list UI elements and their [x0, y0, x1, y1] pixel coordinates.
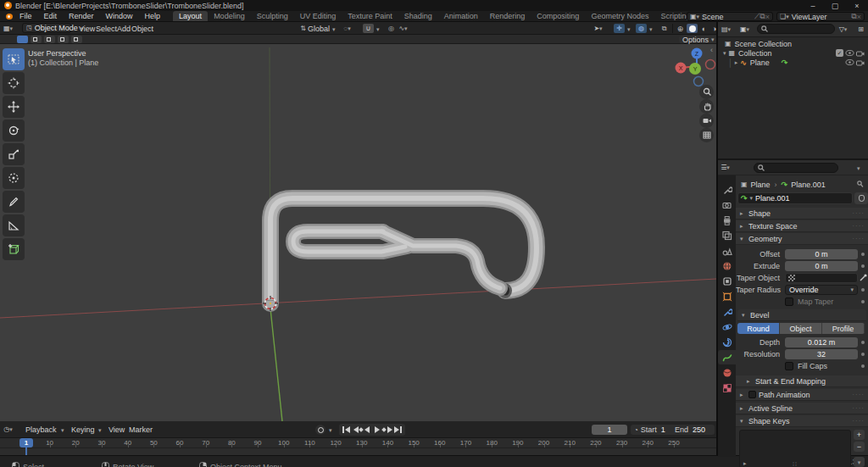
- offset-field[interactable]: 0 m: [785, 249, 858, 259]
- tool-add-cube-button[interactable]: [3, 238, 25, 260]
- collection-expand-icon[interactable]: ▾: [723, 50, 726, 56]
- properties-tab-texture[interactable]: [718, 381, 736, 395]
- panel-texture-space[interactable]: ▸Texture Space····: [736, 220, 868, 232]
- workspace-tab-sculpting[interactable]: Sculpting: [251, 11, 294, 21]
- menu-file[interactable]: File: [14, 12, 38, 20]
- animate-dot[interactable]: [858, 288, 868, 292]
- animate-dot[interactable]: [858, 341, 868, 344]
- tool-scale-button[interactable]: [3, 143, 25, 165]
- tool-move-button[interactable]: [3, 96, 25, 118]
- shading-solid-icon[interactable]: [687, 24, 698, 33]
- transform-orientation-dropdown[interactable]: Global: [308, 25, 330, 33]
- shading-wireframe-icon[interactable]: ⊕: [676, 24, 685, 33]
- pin-icon[interactable]: [856, 181, 864, 188]
- animate-dot[interactable]: [858, 253, 868, 256]
- tool-annotate-button[interactable]: [3, 191, 25, 213]
- viewlayer-remove-icon[interactable]: ×: [857, 13, 861, 21]
- marker-menu[interactable]: Marker: [129, 425, 153, 434]
- properties-tab-view-layer[interactable]: [718, 228, 736, 242]
- depth-field[interactable]: 0.012 m: [785, 337, 858, 347]
- play-button[interactable]: [373, 425, 381, 434]
- breadcrumb-data[interactable]: Plane.001: [791, 181, 826, 189]
- plane-expand-icon[interactable]: ▸: [735, 59, 738, 65]
- panel-start-end-mapping[interactable]: ▸Start & End Mapping: [736, 375, 868, 387]
- animate-dot[interactable]: [858, 353, 868, 356]
- plane-render-camera-icon[interactable]: [856, 59, 865, 66]
- outliner-filter-icon[interactable]: ▽▾: [838, 25, 848, 34]
- workspace-tab-rendering[interactable]: Rendering: [484, 11, 531, 21]
- stopwatch-icon[interactable]: ◔: [634, 426, 638, 434]
- show-overlays-icon[interactable]: ◍: [636, 24, 647, 33]
- datablock-name-field[interactable]: ↷ ▾ Plane.001: [737, 192, 853, 204]
- viewlayer-selector[interactable]: ❏▾ ViewLayer ⧉ ×: [776, 12, 865, 21]
- proportional-editing-icon[interactable]: ◎: [387, 24, 396, 33]
- scene-unlink-icon[interactable]: ×: [765, 13, 770, 21]
- workspace-tab-geometry-nodes[interactable]: Geometry Nodes: [585, 11, 654, 21]
- properties-tab-object-data[interactable]: [718, 350, 736, 364]
- list-resize-grip[interactable]: ⁞⁞: [793, 461, 798, 467]
- blender-app-menu-icon[interactable]: [5, 12, 14, 20]
- auto-keying-record-button[interactable]: [315, 425, 326, 435]
- playback-menu[interactable]: Playback: [25, 425, 57, 434]
- outliner-row-collection[interactable]: ▾ ▦ Collection ✓: [718, 48, 868, 58]
- mode-dropdown[interactable]: ◳ Object Mode ▾: [22, 23, 71, 33]
- breadcrumb-object[interactable]: Plane: [751, 181, 771, 189]
- auto-keying-dropdown[interactable]: ▾: [329, 427, 332, 433]
- workspace-tab-compositing[interactable]: Compositing: [531, 11, 585, 21]
- menu-help[interactable]: Help: [139, 12, 167, 20]
- shape-key-add-button[interactable]: +: [854, 430, 865, 440]
- nav-orthographic-grid-button[interactable]: [699, 128, 714, 142]
- timeline-ruler[interactable]: 1020304050607080901001101201301401501601…: [0, 438, 716, 448]
- menu-render[interactable]: Render: [63, 12, 100, 20]
- properties-tab-scene[interactable]: [718, 243, 736, 258]
- nav-zoom-button[interactable]: [699, 85, 714, 99]
- snap-magnet-icon[interactable]: ∪: [363, 24, 374, 33]
- workspace-tab-uv-editing[interactable]: UV Editing: [294, 11, 342, 21]
- show-gizmo-icon[interactable]: ✛: [614, 24, 625, 33]
- panel-path-animation[interactable]: ▸Path Animation····: [736, 389, 868, 401]
- panel-geometry[interactable]: ▾Geometry····: [736, 233, 868, 245]
- view-menu[interactable]: View: [79, 25, 95, 33]
- timeline-tracks[interactable]: [0, 448, 716, 455]
- properties-tab-tool[interactable]: [718, 182, 736, 197]
- plane-hide-eye-icon[interactable]: [845, 58, 854, 66]
- properties-tab-object-constraints[interactable]: [718, 274, 736, 288]
- bevel-type-profile[interactable]: Profile: [822, 323, 865, 334]
- taper-object-field[interactable]: [785, 273, 858, 283]
- select-menu[interactable]: Select: [96, 25, 117, 33]
- shape-key-specials-button[interactable]: ▾: [854, 457, 865, 467]
- jump-start-button[interactable]: [342, 425, 351, 434]
- show-object-types-icon[interactable]: ➤▾: [593, 24, 603, 33]
- shape-keys-list[interactable]: ▸ ⁞⁞: [739, 430, 851, 467]
- animate-dot[interactable]: [858, 264, 868, 268]
- extrude-field[interactable]: 0 m: [785, 261, 858, 271]
- start-frame-field[interactable]: 1: [661, 425, 665, 434]
- properties-tab-render[interactable]: [718, 197, 736, 212]
- list-expand-icon[interactable]: ▸: [743, 460, 747, 466]
- properties-tab-modifiers[interactable]: [718, 304, 736, 319]
- close-button[interactable]: ×: [846, 0, 868, 11]
- workspace-tab-modeling[interactable]: Modeling: [208, 11, 251, 21]
- playhead-line[interactable]: [25, 448, 27, 455]
- maximize-button[interactable]: ▢: [824, 0, 846, 11]
- outliner-filter-mode-icon[interactable]: ▤▾: [721, 25, 731, 34]
- properties-tab-object[interactable]: [718, 289, 736, 303]
- play-reverse-button[interactable]: [363, 425, 371, 434]
- fake-user-shield-button[interactable]: [854, 192, 868, 204]
- select-mode-intersect-icon[interactable]: [71, 36, 82, 43]
- outliner-display-mode-icon[interactable]: ▣▾: [740, 25, 749, 34]
- select-mode-invert-icon[interactable]: [58, 36, 69, 43]
- panel-active-spline[interactable]: ▸Active Spline····: [736, 403, 868, 414]
- tool-select-box-button[interactable]: [3, 48, 25, 70]
- properties-editor-type-icon[interactable]: ☰▾: [721, 163, 730, 172]
- sidebar-collapse-arrow[interactable]: ‹: [710, 46, 713, 54]
- resolution-field[interactable]: 32: [785, 349, 858, 359]
- outliner-row-plane[interactable]: │ ▸ ∿ Plane ↷: [718, 58, 868, 67]
- properties-options-icon[interactable]: ▾: [857, 165, 860, 171]
- path-animation-checkbox[interactable]: [748, 391, 756, 398]
- map-taper-checkbox[interactable]: [785, 297, 793, 306]
- fill-caps-checkbox[interactable]: [785, 362, 793, 370]
- shading-material-icon[interactable]: ◐: [699, 24, 709, 33]
- outliner-row-scene-collection[interactable]: ▣ Scene Collection: [718, 39, 868, 48]
- minimize-button[interactable]: –: [802, 0, 824, 11]
